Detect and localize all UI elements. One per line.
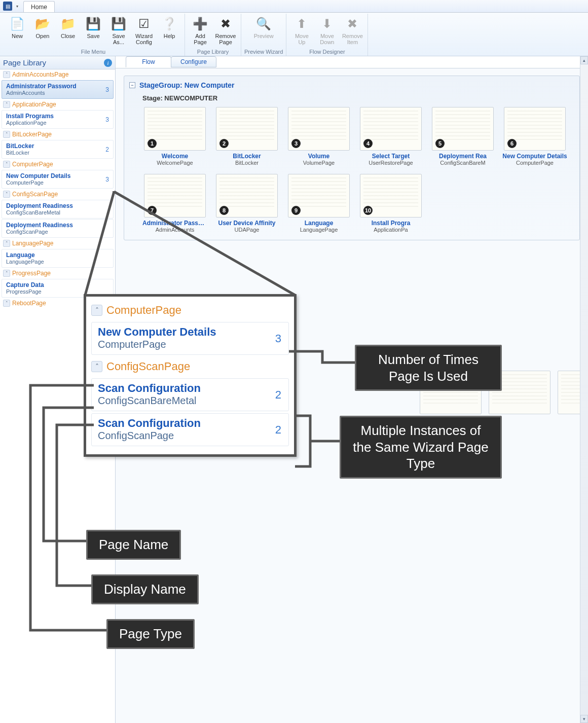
stage-page-thumb[interactable]: 6New Computer DetailsComputerPage [502,107,567,166]
library-group-name: RebootPage [12,300,46,307]
qat-dropdown-icon[interactable]: ▾ [14,4,20,9]
removepage-button[interactable]: ✖Remove Page [213,14,238,47]
library-item-name: Capture Data [6,281,109,288]
library-item[interactable]: Deployment ReadinessConfigScanPage [2,219,114,238]
chevron-up-icon: ˄ [3,240,10,247]
thumb-title: Select Target [358,153,423,160]
library-item[interactable]: Administrator PasswordAdminAccounts3 [2,80,114,99]
library-group-name: ConfigScanPage [12,191,58,198]
ribbon: 📄New📂Open📁Close💾Save💾Save As...☑Wizard C… [0,13,588,56]
library-item[interactable]: Deployment ReadinessConfigScanBareMetal [2,200,114,219]
thumb-number-badge: 2 [219,139,229,148]
library-item[interactable]: BitLockerBitLocker2 [2,140,114,159]
chevron-up-icon: ˄ [3,161,10,168]
stage-page-thumb[interactable]: 5Deployment ReaConfigScanBareM [430,107,495,166]
annotation-count: Number of Times Page Is Used [355,345,502,391]
scroll-track[interactable] [580,64,588,715]
library-item-name: BitLocker [6,142,109,150]
help-button[interactable]: ❔Help [157,14,181,41]
zoom-group-header[interactable]: ˄ComputerPage [91,301,289,320]
thumb-title: Welcome [142,153,207,160]
close-icon: 📁 [60,16,76,32]
library-group-header[interactable]: ˄AdminAccountsPage [0,69,115,80]
zoom-group-header[interactable]: ˄ConfigScanPage [91,357,289,376]
stage-page-thumb[interactable]: 10Install PrograApplicationPa [358,174,423,233]
stage-page-thumb[interactable]: 3VolumeVolumePage [286,107,351,166]
zoom-item[interactable]: Scan ConfigurationConfigScanBareMetal2 [91,378,289,411]
library-group-header[interactable]: ˄LanguagePage [0,238,115,248]
library-item-sub: ConfigScanPage [6,229,109,235]
thumb-sub: UserRestorePage [358,160,423,166]
thumb-sub: VolumePage [286,160,351,166]
scroll-down-button[interactable]: ▾ [580,715,588,723]
collapse-icon[interactable]: − [129,82,135,88]
zoom-group-name: ConfigScanPage [106,360,190,373]
library-item-sub: AdminAccounts [6,90,109,96]
info-icon[interactable]: i [104,59,112,67]
library-item[interactable]: Install ProgramsApplicationPage3 [2,110,114,129]
library-item-count: 3 [105,116,109,123]
thumb-sub: AdminAccounts [142,227,207,233]
stagegroup-header[interactable]: − StageGroup: New Computer [129,79,574,94]
thumb-preview: 4 [360,107,422,151]
wizcfg-button[interactable]: ☑Wizard Config [132,14,156,47]
zoom-group-name: ComputerPage [106,304,181,317]
library-group-header[interactable]: ˄ConfigScanPage [0,189,115,199]
annotation-displayname: Display Name [91,574,199,604]
addpage-button[interactable]: ➕Add Page [188,14,212,47]
moveup-button: ⬆Move Up [289,14,314,47]
library-group-header[interactable]: ˄ProgressPage [0,268,115,278]
ribbon-group: ⬆Move Up⬇Move Down✖Remove ItemFlow Desig… [286,14,368,56]
library-item-name: Language [6,251,109,259]
stage-page-thumb[interactable]: 7Administrator Passw...AdminAccounts [142,174,207,233]
saveas-button[interactable]: 💾Save As... [106,14,131,47]
connector [113,191,115,194]
close-button[interactable]: 📁Close [56,14,80,41]
button-label: Preview [254,33,274,39]
chevron-up-icon: ˄ [3,191,10,198]
app-menu-button[interactable]: ▤ [3,2,12,11]
thumb-sub: UDAPage [214,227,279,233]
library-group-header[interactable]: ˄ComputerPage [0,159,115,169]
ribbon-tab-home[interactable]: Home [23,1,55,12]
stagegroup-panel: − StageGroup: New Computer Stage: NEWCOM… [124,76,580,240]
thumb-preview: 7 [144,174,206,218]
button-label: Save [87,33,99,39]
save-button[interactable]: 💾Save [81,14,105,41]
zoom-item-count: 2 [275,388,281,402]
moveup-icon: ⬆ [293,16,310,32]
stage-page-thumb[interactable]: 4Select TargetUserRestorePage [358,107,423,166]
open-icon: 📂 [34,16,51,32]
tab-configure[interactable]: Configure [171,56,216,67]
new-button[interactable]: 📄New [5,14,29,41]
stage-page-thumb[interactable]: 1WelcomeWelcomePage [142,107,207,166]
thumb-number-badge: 5 [435,139,445,148]
button-label: Move Down [316,33,338,45]
vertical-scrollbar[interactable]: ▴ ▾ [580,56,588,723]
zoom-item[interactable]: Scan ConfigurationConfigScanPage2 [91,413,289,446]
open-button[interactable]: 📂Open [30,14,55,41]
library-item[interactable]: New Computer DetailsComputerPage3 [2,170,114,189]
zoom-item-name: New Computer Details [98,326,282,339]
chevron-up-icon: ˄ [91,361,102,372]
stage-page-thumb[interactable]: 9LanguageLanguagePage [286,174,351,233]
thumb-number-badge: 9 [291,206,301,215]
library-group-name: BitLockerPage [12,131,52,138]
zoom-item[interactable]: New Computer DetailsComputerPage3 [91,322,289,355]
zoom-item-sub: ComputerPage [98,339,282,350]
library-item[interactable]: LanguageLanguagePage [2,249,114,268]
stage-page-thumb[interactable]: 8User Device AffinityUDAPage [214,174,279,233]
library-group-header[interactable]: ˄ApplicationPage [0,99,115,110]
button-label: Help [164,33,175,39]
zoom-callout: ˄ComputerPageNew Computer DetailsCompute… [84,294,297,457]
library-group-name: ComputerPage [12,161,53,168]
chevron-up-icon: ˄ [3,270,10,277]
stage-label: Stage: NEWCOMPUTER [129,94,574,102]
chevron-up-icon: ˄ [3,101,10,108]
scroll-up-button[interactable]: ▴ [580,56,588,64]
tab-flow[interactable]: Flow [126,56,171,67]
stage-page-thumb[interactable]: 2BitLockerBitLocker [214,107,279,166]
button-label: New [12,33,23,39]
thumb-preview: 5 [432,107,494,151]
library-group-header[interactable]: ˄BitLockerPage [0,129,115,139]
